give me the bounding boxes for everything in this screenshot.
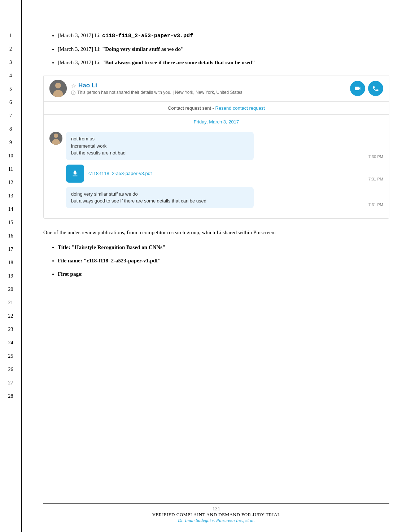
line-17: 17 [0,243,21,256]
line-2: 2 [0,42,21,56]
profile-name: Hao Li [78,82,97,89]
phone-call-button[interactable] [368,81,383,96]
resend-contact-link[interactable]: Resend contact request [215,105,265,111]
bottom-bullet-3: First page: [58,267,389,281]
content-area: [March 3, 2017] Li: c118-f118_2-a53-pape… [22,0,411,532]
video-icon [354,85,361,92]
bottom-bullet-1: Title: "Hairstyle Recognition Based on C… [58,241,389,254]
avatar [49,80,67,97]
line-15: 15 [0,216,21,229]
line-18: 18 [0,256,21,269]
line-10: 10 [0,149,21,162]
file-message-row: c118-f118_2-a53-paper-v3.pdf 7:31 PM [49,165,383,183]
profile-subtitle: i This person has not shared their detai… [71,90,350,95]
chat-date-separator: Friday, March 3, 2017 [44,115,389,129]
phone-icon [372,85,379,92]
file-download-button[interactable] [66,165,84,183]
star-icon[interactable]: ☆ [71,82,76,89]
line-4: 4 [0,69,21,82]
line-numbers-column: 1 2 3 4 5 6 7 8 9 10 11 12 13 14 15 16 1… [0,0,22,532]
file-name-label: c118-f118_2-a53-paper-v3.pdf [88,171,152,176]
line-8: 8 [0,122,21,136]
title-label: Title: [58,244,71,250]
line-27: 27 [0,376,21,389]
top-bullet-list: [March 3, 2017] Li: c118-f118_2-a53-pape… [43,29,389,69]
line-22: 22 [0,309,21,323]
bullet-1-filename: c118-f118_2-a53-paper-v3.pdf [102,33,193,39]
bullet-item-3: [March 3, 2017] Li: "But always good to … [58,56,389,69]
msg-line-1: not from usincremental workbut the resul… [71,136,126,156]
bullet-3-prefix: [March 3, 2017] Li: [58,60,102,65]
footer-title: VERIFIED COMPLAINT AND DEMAND FOR JURY T… [43,512,389,518]
line-25: 25 [0,349,21,363]
line-14: 14 [0,202,21,216]
filename-value: "c118-f118_2-a523-paper-v1.pdf" [84,258,161,263]
file-message-time: 7:31 PM [366,177,383,183]
title-value: "Hairstyle Recognition Based on CNNs" [71,244,165,250]
message-bubble-1: not from usincremental workbut the resul… [66,132,254,160]
line-9: 9 [0,136,21,149]
footer-subtitle: Dr. Iman Sadeghi v. Pinscreen Inc., et a… [43,518,389,523]
profile-info: ☆ Hao Li i This person has not shared th… [71,82,350,95]
bullet-item-2: [March 3, 2017] Li: "Doing very similar … [58,43,389,56]
line-26: 26 [0,363,21,376]
bullet-1-prefix: [March 3, 2017] Li: [58,32,102,38]
message-row-1: not from usincremental workbut the resul… [49,132,383,160]
chat-profile-header: ☆ Hao Li i This person has not shared th… [44,75,389,102]
body-paragraph: One of the under-review publications, fr… [43,226,389,239]
contact-request-label: Contact request sent - [168,105,215,111]
line-5: 5 [0,82,21,96]
line-12: 12 [0,176,21,189]
profile-privacy-text: i This person has not shared their detai… [71,90,242,95]
profile-name-row: ☆ Hao Li [71,82,350,89]
avatar-image [49,80,67,97]
line-13: 13 [0,189,21,202]
line-3: 3 [0,56,21,69]
bullet-item-1: [March 3, 2017] Li: c118-f118_2-a53-pape… [58,29,389,43]
chat-messages-area: not from usincremental workbut the resul… [44,129,389,218]
footer-page-area: 121 VERIFIED COMPLAINT AND DEMAND FOR JU… [43,503,389,523]
firstpage-label: First page: [58,271,83,277]
page-number: 121 [43,506,389,512]
message-time-1: 7:30 PM [366,154,383,160]
message-bubble-2: doing very similar stuff as we dobut alw… [66,187,254,208]
line-23: 23 [0,323,21,336]
svg-text:i: i [73,91,74,95]
message-row-2: doing very similar stuff as we dobut alw… [49,187,383,208]
bullet-2-text: "Doing very similar stuff as we do" [102,46,184,52]
filename-label: File name: [58,258,84,263]
line-1: 1 [0,29,21,42]
bullet-3-text: "But always good to see if there are som… [102,60,255,65]
line-11: 11 [0,162,21,176]
msg2-line-1: doing very similar stuff as we dobut alw… [71,191,206,204]
line-19: 19 [0,269,21,283]
page-footer: 121 VERIFIED COMPLAINT AND DEMAND FOR JU… [22,503,411,525]
line-24: 24 [0,336,21,349]
line-7: 7 [0,109,21,122]
profile-actions [350,81,383,96]
video-call-button[interactable] [350,81,365,96]
chat-card: ☆ Hao Li i This person has not shared th… [43,75,389,219]
bullet-2-prefix: [March 3, 2017] Li: [58,46,102,52]
contact-request-bar: Contact request sent - Resend contact re… [44,102,389,115]
bottom-bullet-list: Title: "Hairstyle Recognition Based on C… [43,241,389,281]
line-28: 28 [0,389,21,403]
line-21: 21 [0,296,21,309]
download-icon [71,170,79,178]
line-6: 6 [0,96,21,109]
message-time-2: 7:31 PM [366,202,383,208]
bottom-bullet-2: File name: "c118-f118_2-a523-paper-v1.pd… [58,254,389,267]
line-16: 16 [0,229,21,243]
message-avatar-1 [49,132,62,145]
info-icon: i [71,91,75,95]
line-20: 20 [0,283,21,296]
